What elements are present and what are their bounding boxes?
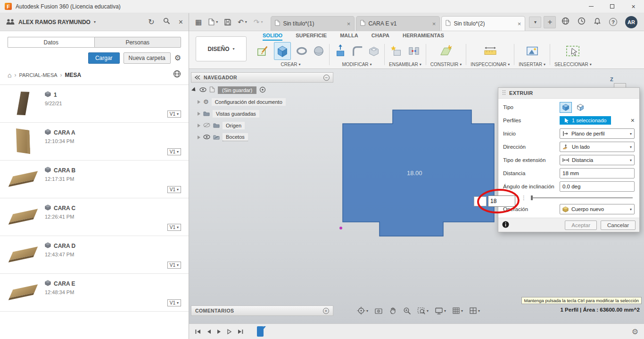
drag-handle-icon[interactable] [502, 90, 506, 96]
avatar[interactable]: AR [625, 16, 637, 28]
tab-solido[interactable]: SOLIDO [263, 33, 282, 41]
breadcrumb-project[interactable]: PARCIAL-MESA [19, 72, 57, 78]
slider-grip-icon[interactable]: ⋮ [521, 195, 527, 201]
browser-item-origin[interactable]: Origen [192, 119, 333, 131]
redo-icon[interactable]: ↷▾ [254, 18, 263, 25]
create-sketch-icon[interactable] [256, 44, 270, 58]
job-status-clock-icon[interactable] [578, 17, 586, 27]
operation-dropdown[interactable]: Cuerpo nuevo ▾ [560, 204, 635, 214]
new-folder-button[interactable]: Nueva carpeta [124, 52, 171, 64]
collapsed-triangle-icon[interactable] [198, 124, 200, 127]
search-icon[interactable] [163, 17, 170, 26]
list-item[interactable]: CARA C 12:26:41 PM V1▾ [0, 198, 189, 236]
dimension-input[interactable] [488, 195, 515, 207]
group-label-modificar[interactable]: MODIFICAR▾ [342, 60, 372, 68]
timeline-position-marker[interactable] [257, 326, 264, 337]
collapse-panel-icon[interactable] [195, 73, 200, 82]
visibility-eye-icon[interactable] [199, 87, 206, 93]
close-tab-icon[interactable]: × [432, 20, 436, 27]
version-selector[interactable]: V1▾ [167, 299, 181, 306]
settings-gear-icon[interactable]: ⚙ [174, 54, 181, 62]
list-item[interactable]: CARA D 12:43:47 PM V1▾ [0, 236, 189, 274]
browser-panel-header[interactable]: NAVEGADOR − [191, 72, 333, 83]
profiles-selected-chip[interactable]: 1 seleccionado [560, 116, 611, 125]
look-at-tool[interactable] [374, 307, 383, 315]
close-panel-icon[interactable]: × [179, 18, 183, 26]
viewport-canvas[interactable]: 18.00 NAVEGADOR − (Sin guardar) [189, 69, 644, 323]
document-tab-active[interactable]: Sin título*(2) × [441, 16, 525, 31]
fillet-icon[interactable] [351, 45, 363, 57]
version-selector[interactable]: V1▾ [167, 186, 181, 193]
direction-dropdown[interactable]: Un lado ▾ [560, 142, 635, 152]
group-label-ensamblar[interactable]: ENSAMBLAR▾ [389, 60, 421, 68]
group-label-crear[interactable]: CREAR▾ [281, 60, 300, 68]
shell-icon[interactable] [368, 45, 380, 57]
insert-image-icon[interactable] [525, 45, 539, 57]
orbit-tool[interactable]: ▾ [357, 306, 368, 315]
close-tab-icon[interactable]: × [518, 20, 521, 27]
undo-icon[interactable]: ↶▾ [238, 18, 247, 25]
list-item[interactable]: CARA A 12:10:34 PM V1▾ [0, 123, 189, 161]
slider-handle[interactable] [531, 195, 533, 200]
display-settings-tool[interactable]: ▾ [435, 307, 446, 315]
tab-personas[interactable]: Personas [94, 37, 182, 48]
info-icon[interactable] [502, 221, 509, 229]
collapsed-triangle-icon[interactable] [198, 112, 200, 116]
file-menu-icon[interactable]: ▾ [208, 18, 218, 25]
ok-button[interactable]: Aceptar [565, 220, 597, 230]
grid-snap-tool[interactable]: ▾ [452, 307, 463, 314]
fit-tool[interactable]: ▾ [417, 307, 429, 315]
home-icon[interactable]: ⌂ [8, 72, 11, 78]
list-item[interactable]: 1 9/22/21 V1▾ [0, 85, 189, 123]
document-tab[interactable]: CARA E v1 × [356, 16, 440, 31]
eye-off-icon[interactable] [203, 123, 210, 128]
tab-superficie[interactable]: SUPERFICIE [296, 33, 327, 41]
select-tool-icon[interactable] [565, 44, 581, 58]
group-label-insertar[interactable]: INSERTAR▾ [519, 60, 545, 68]
clear-selection-icon[interactable]: × [631, 117, 635, 124]
timeline-step-forward-button[interactable] [227, 329, 232, 335]
collapsed-triangle-icon[interactable] [198, 136, 200, 139]
tab-chapa[interactable]: CHAPA [372, 33, 389, 41]
tab-datos[interactable]: Datos [8, 37, 94, 48]
refresh-icon[interactable]: ↻ [148, 18, 154, 26]
zoom-tool[interactable] [403, 307, 411, 315]
expand-circle-icon[interactable]: + [323, 308, 329, 314]
group-label-construir[interactable]: CONSTRUIR▾ [430, 60, 462, 68]
minimize-button[interactable] [580, 0, 602, 13]
start-dropdown[interactable]: Plano de perfil ▾ [560, 128, 635, 139]
timeline-step-back-button[interactable] [206, 329, 212, 335]
browser-item-sketches[interactable]: Bocetos [192, 131, 333, 143]
browser-item-doc-settings[interactable]: ⚙ Configuración del documento [192, 96, 333, 108]
visibility-eye-icon[interactable] [203, 135, 210, 140]
comments-panel-header[interactable]: COMENTARIOS + [191, 305, 333, 316]
help-icon[interactable]: ? [609, 18, 617, 26]
version-selector[interactable]: V1▾ [167, 224, 181, 231]
timeline-play-button[interactable] [216, 329, 222, 335]
workspace-selector[interactable]: DISEÑO ▾ [196, 36, 247, 61]
joint-icon[interactable] [407, 45, 421, 57]
extrude-thin-type-button[interactable] [574, 102, 586, 113]
group-label-seleccionar[interactable]: SELECCIONAR▾ [554, 60, 592, 68]
sketch-point[interactable] [339, 227, 342, 229]
measure-icon[interactable] [483, 45, 497, 57]
extent-type-dropdown[interactable]: Distancia ▾ [560, 155, 635, 165]
new-component-icon[interactable] [390, 44, 403, 58]
extrude-solid-type-button[interactable] [560, 102, 572, 113]
maximize-button[interactable] [602, 0, 623, 13]
version-selector[interactable]: V1▾ [167, 148, 181, 155]
collapse-circle-icon[interactable]: − [323, 75, 330, 81]
upload-button[interactable]: Cargar [88, 52, 120, 64]
version-selector[interactable]: V1▾ [167, 262, 181, 269]
activate-target-icon[interactable] [259, 86, 266, 94]
close-window-button[interactable]: × [623, 0, 644, 13]
timeline-go-start-button[interactable] [195, 329, 201, 335]
pan-tool[interactable] [389, 306, 397, 315]
save-icon[interactable] [224, 19, 231, 25]
notifications-bell-icon[interactable] [594, 17, 601, 27]
group-label-inspeccionar[interactable]: INSPECCIONAR▾ [471, 60, 510, 68]
dialog-header[interactable]: EXTRUIR [498, 88, 639, 99]
browser-item-named-views[interactable]: Vistas guardadas [192, 108, 333, 119]
close-tab-icon[interactable]: × [347, 20, 351, 27]
viewports-tool[interactable]: ▾ [469, 307, 480, 314]
